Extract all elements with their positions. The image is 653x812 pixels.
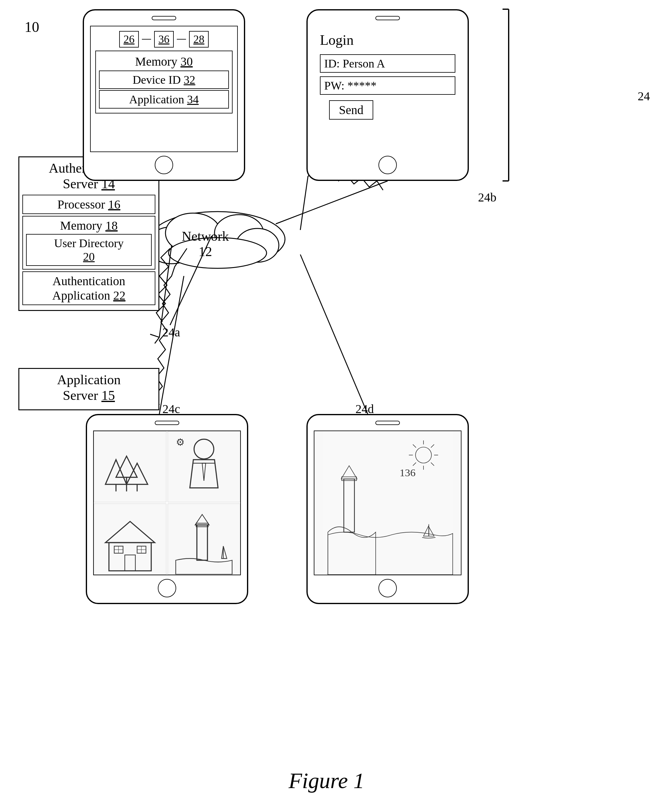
application-box: Application 34	[99, 90, 229, 108]
svg-line-9	[150, 334, 159, 337]
svg-line-13	[300, 255, 368, 414]
app-server-title: Application Server 15	[22, 372, 155, 403]
photo-cell-4	[167, 504, 240, 575]
svg-rect-28	[109, 543, 151, 571]
photo-cell-2: ⚙	[167, 431, 240, 502]
label-24a: 24a	[163, 325, 180, 339]
send-button[interactable]: Send	[329, 100, 373, 120]
phone-home-bl	[158, 579, 176, 597]
svg-point-2	[166, 213, 221, 253]
login-title: Login	[320, 32, 455, 48]
phone-photo-br: 136	[306, 414, 469, 604]
svg-rect-40	[323, 431, 453, 575]
memory-title: Memory 30	[99, 54, 229, 69]
svg-rect-36	[197, 525, 208, 560]
phone-speaker-tl	[152, 16, 176, 20]
phone-home-tr	[379, 156, 397, 174]
chip-36: 36	[154, 31, 174, 47]
label-24b: 24b	[478, 190, 496, 205]
svg-line-8	[159, 245, 172, 337]
memory-box: Memory 18 User Directory20	[22, 216, 155, 270]
svg-text:136: 136	[400, 467, 416, 478]
photo-cell-1	[94, 431, 166, 502]
app-server-box: Application Server 15	[18, 368, 159, 410]
svg-line-12	[159, 276, 184, 414]
svg-text:Network: Network	[182, 229, 229, 244]
chip-line-2	[177, 39, 186, 40]
photo-cell-3	[94, 504, 166, 575]
photo-single: 136	[314, 430, 461, 575]
svg-point-5	[169, 238, 266, 268]
svg-text:⚙: ⚙	[176, 437, 185, 448]
login-screen: Login ID: Person A PW: ***** Send	[314, 26, 461, 152]
phone-photo-bl: ⚙	[86, 414, 248, 604]
user-directory-box: User Directory20	[26, 234, 152, 266]
svg-text:12: 12	[199, 244, 212, 259]
phone-speaker-bl	[155, 421, 179, 425]
id-field: ID: Person A	[320, 54, 455, 73]
phone-speaker-tr	[375, 16, 400, 20]
label-24: 24	[638, 89, 650, 103]
device-id-box: Device ID 32	[99, 70, 229, 89]
memory-outer-box: Memory 30 Device ID 32 Application 34	[95, 50, 233, 113]
chip-row: 26 36 28	[95, 31, 233, 47]
svg-point-24	[194, 439, 213, 459]
svg-marker-27	[105, 522, 155, 543]
svg-marker-20	[126, 463, 148, 484]
phone-speaker-br	[375, 421, 400, 425]
pw-field: PW: *****	[320, 76, 455, 95]
phone-screen-tl: 26 36 28 Memory 30 Device ID 32 Applicat…	[90, 26, 238, 152]
svg-point-4	[236, 229, 279, 262]
processor-box: Processor 16	[22, 195, 155, 214]
phone-home-tl	[155, 156, 173, 174]
svg-line-17	[170, 236, 212, 325]
svg-point-0	[150, 212, 285, 267]
auth-application-box: Authentication Application 22	[22, 272, 155, 305]
label-24d: 24d	[355, 402, 374, 416]
svg-line-11	[276, 181, 388, 224]
diagram-ref-10: 10	[24, 18, 39, 35]
chip-26: 26	[119, 31, 139, 47]
svg-rect-31	[125, 555, 135, 571]
chip-28: 28	[189, 31, 209, 47]
svg-line-10	[155, 337, 159, 343]
photo-grid: ⚙	[93, 430, 241, 575]
figure-label: Figure 1	[289, 768, 364, 794]
phone-login-tr: Login ID: Person A PW: ***** Send	[306, 9, 469, 181]
phone-home-br	[379, 579, 397, 597]
svg-point-3	[215, 215, 263, 252]
chip-line-1	[142, 39, 151, 40]
phone-device-tl: 26 36 28 Memory 30 Device ID 32 Applicat…	[83, 9, 245, 181]
